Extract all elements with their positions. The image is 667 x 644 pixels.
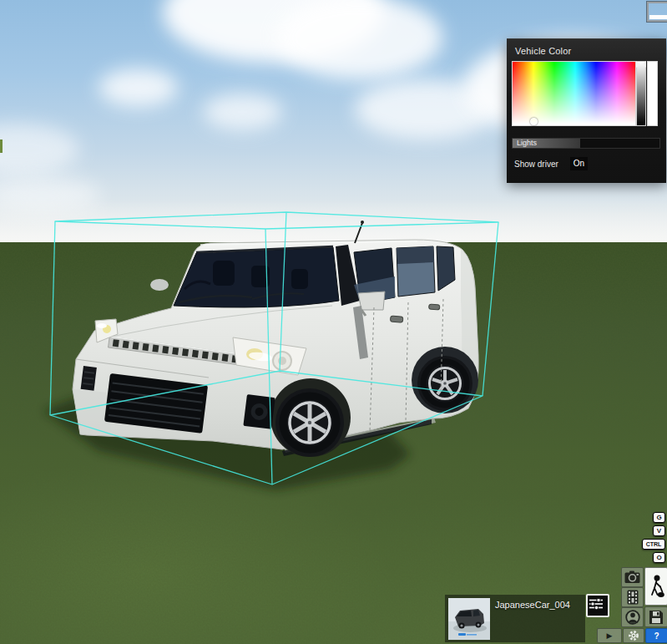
cleanup-tool-button[interactable] xyxy=(644,567,667,606)
lights-slider[interactable]: Lights xyxy=(512,138,660,149)
hotkey-badge-o: O xyxy=(653,552,665,563)
brightness-slider[interactable] xyxy=(636,61,646,126)
brightness-cursor xyxy=(642,61,646,68)
driver-avatar-button[interactable] xyxy=(621,607,644,627)
vehicle-color-panel: Vehicle Color Lights Show driver On xyxy=(507,38,666,183)
vehicle-thumbnail[interactable] xyxy=(448,598,490,640)
hotkey-badge-g: G xyxy=(653,512,665,523)
show-driver-label: Show driver xyxy=(514,160,558,169)
front-wheel xyxy=(275,388,344,457)
far-side-mirror xyxy=(150,279,169,291)
brightness-cursor xyxy=(636,61,640,68)
gear-icon xyxy=(628,630,639,641)
film-strip-icon xyxy=(627,590,639,605)
help-button[interactable]: ? xyxy=(645,628,667,643)
panel-title: Vehicle Color xyxy=(515,46,571,56)
hotkey-badge-v: V xyxy=(653,525,665,536)
minimized-panel-icon[interactable] xyxy=(647,2,667,22)
camera-icon xyxy=(624,570,640,584)
play-icon: ▶ xyxy=(607,631,613,640)
hotkey-badge-ctrl: CTRL xyxy=(642,539,665,550)
lights-label: Lights xyxy=(517,139,537,148)
show-driver-toggle[interactable]: On xyxy=(570,157,588,170)
adjust-sliders-icon xyxy=(588,596,604,612)
adjust-sliders-button[interactable] xyxy=(586,594,609,617)
color-preview-swatch xyxy=(647,61,658,126)
film-button[interactable] xyxy=(621,587,644,607)
floppy-disk-icon xyxy=(649,610,664,625)
minimized-panel-titlebar xyxy=(649,15,667,19)
rear-wheel xyxy=(417,356,472,411)
game-viewport[interactable]: Vehicle Color Lights Show driver On G V … xyxy=(0,0,667,644)
color-picker-field[interactable] xyxy=(512,61,636,126)
vehicle-name-label: JapaneseCar_004 xyxy=(495,600,570,610)
settings-button[interactable] xyxy=(623,628,644,643)
save-button[interactable] xyxy=(644,606,667,627)
play-button[interactable]: ▶ xyxy=(597,628,622,643)
spawn-bar: JapaneseCar_004 xyxy=(445,595,585,642)
vehicle-model xyxy=(73,221,478,457)
question-mark-icon: ? xyxy=(654,631,659,641)
camera-button[interactable] xyxy=(621,567,644,587)
side-mirror xyxy=(358,292,385,310)
color-picker-cursor[interactable] xyxy=(530,118,538,125)
person-sweeping-icon xyxy=(648,572,664,601)
driver-avatar-icon xyxy=(625,610,640,625)
